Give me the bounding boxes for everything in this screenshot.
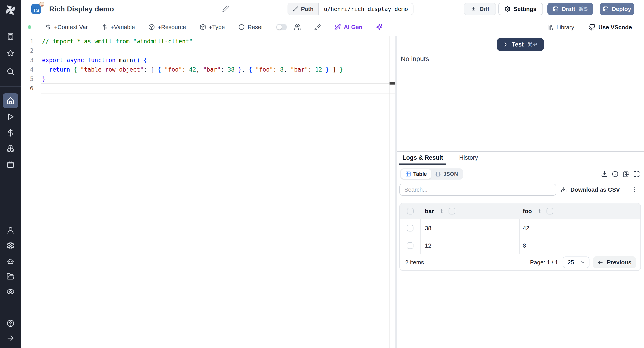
status-dot	[28, 25, 31, 29]
use-vscode-button[interactable]: Use VScode	[588, 24, 632, 31]
sidebar-item-resources[interactable]	[0, 144, 21, 152]
sort-foo-button[interactable]	[537, 208, 542, 214]
sort-bar-button[interactable]	[439, 208, 444, 214]
right-panel: Test ⌘↵ No inputs Logs & Result History	[395, 36, 644, 348]
filter-foo-checkbox[interactable]	[546, 208, 553, 214]
ai-gen-button[interactable]: AI Gen	[334, 24, 362, 31]
row-checkbox[interactable]	[407, 225, 414, 232]
items-count: 2 items	[405, 259, 424, 266]
sidebar-item-favorites[interactable]	[0, 49, 21, 57]
save-icon	[603, 6, 609, 12]
sidebar-item-home[interactable]	[3, 93, 18, 108]
sidebar-expand-button[interactable]	[0, 334, 21, 342]
code-line-5[interactable]: 5}	[21, 74, 395, 84]
result-controls: Table {} JSON	[399, 168, 641, 180]
expand-icon[interactable]	[633, 171, 640, 177]
code-line-3[interactable]: 3export async function main() {	[21, 56, 395, 65]
package-icon	[200, 24, 206, 30]
download-icon[interactable]	[601, 171, 608, 177]
sidebar-item-variables[interactable]	[0, 129, 21, 137]
code-line-4[interactable]: 4 return { "table-row-object": [ { "foo"…	[21, 65, 395, 74]
windmill-logo-icon[interactable]	[0, 4, 21, 16]
line-number: 6	[21, 84, 41, 93]
code-line-2[interactable]: 2	[21, 46, 395, 56]
code-text: export async function main() {	[41, 56, 395, 65]
library-button[interactable]: Library	[547, 24, 574, 31]
table-row[interactable]: 12 8	[400, 237, 640, 254]
sidebar-item-folders[interactable]	[0, 272, 21, 280]
code-line-6[interactable]: 6	[21, 84, 395, 93]
add-resource-button[interactable]: +Resource	[148, 24, 186, 31]
add-variable-button[interactable]: +Variable	[101, 24, 135, 31]
previous-page-button[interactable]: Previous	[593, 256, 636, 268]
download-csv-button[interactable]: Download as CSV	[560, 186, 620, 193]
format-button[interactable]	[314, 24, 321, 30]
users-icon	[294, 24, 301, 30]
filter-bar-checkbox[interactable]	[448, 208, 455, 214]
sidebar-item-runs[interactable]	[0, 113, 21, 121]
play-icon	[503, 42, 508, 47]
select-all-checkbox[interactable]	[407, 208, 414, 214]
sidebar-item-settings[interactable]	[0, 242, 21, 250]
add-context-var-button[interactable]: +Context Var	[45, 24, 88, 31]
save-icon	[553, 6, 558, 12]
add-type-button[interactable]: +Type	[200, 24, 225, 31]
dollar-icon	[45, 24, 52, 30]
sidebar-item-help[interactable]	[0, 319, 21, 328]
sidebar-item-workers[interactable]	[0, 257, 21, 265]
wand-sparkles-icon	[334, 24, 341, 30]
sidebar-item-audit-logs[interactable]	[0, 288, 21, 296]
sidebar-divider	[0, 86, 21, 87]
code-line-1[interactable]: 1// import * as wmill from "windmill-cli…	[21, 37, 395, 46]
line-number: 1	[21, 37, 41, 46]
code-text: // import * as wmill from "windmill-clie…	[41, 37, 395, 46]
deploy-button[interactable]: Deploy	[600, 3, 634, 15]
cell-bar: 12	[425, 242, 431, 249]
result-section: Logs & Result History Table {} JSON	[397, 151, 644, 348]
table-row[interactable]: 38 42	[400, 219, 640, 237]
edit-summary-button[interactable]	[222, 5, 229, 12]
code-lines: 1// import * as wmill from "windmill-cli…	[21, 37, 395, 93]
library-icon	[547, 24, 554, 31]
table-menu-button[interactable]	[632, 186, 638, 193]
sidebar-item-workspace[interactable]	[0, 32, 21, 40]
test-button[interactable]: Test ⌘↵	[497, 38, 544, 51]
rotate-icon	[238, 24, 245, 30]
code-editor[interactable]: 1// import * as wmill from "windmill-cli…	[21, 36, 395, 348]
download-icon	[560, 186, 567, 193]
tab-history[interactable]: History	[456, 152, 481, 165]
cell-bar: 38	[425, 225, 431, 232]
save-draft-button[interactable]: Draft ⌘S	[548, 3, 593, 15]
sidebar	[0, 0, 21, 348]
info-icon[interactable]	[612, 171, 618, 177]
settings-button[interactable]: Settings	[498, 3, 543, 15]
search-input[interactable]	[399, 184, 556, 196]
page-title: Rich Display demo	[49, 5, 114, 13]
ai-sparkles-button[interactable]	[376, 24, 382, 30]
package-icon	[148, 24, 155, 30]
multiplayer-toggle[interactable]	[276, 24, 287, 30]
clipboard-copy-icon[interactable]	[622, 171, 629, 177]
table-header: bar foo	[400, 203, 640, 219]
editor-scrollbar[interactable]	[389, 36, 395, 348]
result-table: bar foo 38	[399, 203, 641, 271]
path-button[interactable]: Path u/henri/rich_display_demo	[288, 3, 414, 15]
view-option-json[interactable]: {} JSON	[431, 169, 462, 179]
sidebar-item-users[interactable]	[0, 226, 21, 234]
tab-logs-result[interactable]: Logs & Result	[399, 152, 446, 165]
brush-icon	[314, 24, 321, 30]
collaborators-button[interactable]	[294, 24, 301, 30]
row-checkbox[interactable]	[407, 242, 414, 249]
diff-icon	[470, 6, 476, 12]
sidebar-item-search[interactable]	[0, 68, 21, 76]
typescript-badge-label: TS	[33, 8, 39, 13]
pagination: Page: 1 / 1 25 Previous	[530, 256, 636, 268]
page-size-select[interactable]: 25	[562, 256, 590, 268]
path-label: Path	[288, 3, 319, 15]
diff-button[interactable]: Diff	[464, 3, 496, 15]
toggle-knob	[277, 24, 282, 30]
code-text: }	[41, 74, 395, 84]
reset-button[interactable]: Reset	[238, 24, 263, 31]
view-option-table[interactable]: Table	[401, 169, 431, 179]
sidebar-item-schedules[interactable]	[0, 160, 21, 169]
